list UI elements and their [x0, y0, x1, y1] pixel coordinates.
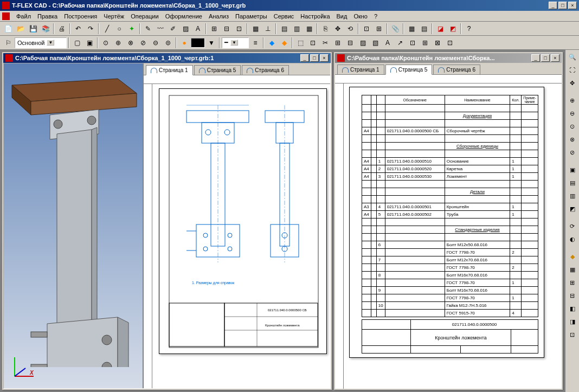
zoom-in-button[interactable]: ⊕ — [567, 94, 578, 106]
colordrop-button[interactable]: ▼ — [205, 37, 217, 49]
3d1-button[interactable]: ◪ — [434, 23, 446, 35]
s5-button[interactable]: ◧ — [567, 303, 578, 314]
line-button[interactable]: ╱ — [101, 23, 113, 35]
s7-button[interactable]: ⊡ — [567, 329, 578, 340]
f11-button[interactable]: ⊞ — [419, 37, 431, 49]
e2-button[interactable]: ◆ — [278, 37, 290, 49]
view2-button[interactable]: ⊞ — [373, 23, 385, 35]
help-button[interactable]: ? — [463, 23, 475, 35]
snap3-button[interactable]: ⊗ — [125, 37, 137, 49]
snap2-button[interactable]: ⊕ — [112, 37, 124, 49]
tab-page1[interactable]: Страница 1 — [146, 65, 193, 75]
3d-viewport[interactable]: X — [4, 63, 143, 388]
zoom-prev-button[interactable]: ⊗ — [567, 133, 578, 145]
undo-button[interactable]: ↶ — [72, 23, 84, 35]
f12-button[interactable]: ⊠ — [432, 37, 443, 49]
menu-operations[interactable]: Операции — [127, 12, 162, 21]
child-minimize-button[interactable]: _ — [531, 54, 540, 62]
grid-button[interactable]: ▦ — [249, 23, 261, 35]
save-button[interactable]: 💾 — [27, 23, 39, 35]
child-close-button[interactable]: × — [320, 54, 329, 62]
s4-button[interactable]: ⊟ — [567, 290, 578, 301]
view-iso-button[interactable]: ◩ — [567, 203, 578, 215]
close-button[interactable]: × — [568, 2, 577, 9]
f5-button[interactable]: ⊟ — [344, 37, 356, 49]
color-button[interactable]: ● — [178, 37, 190, 49]
snap4-button[interactable]: ⊘ — [137, 37, 149, 49]
tab-page5[interactable]: Страница 5 — [385, 65, 433, 75]
attach-button[interactable]: 📎 — [389, 23, 401, 35]
menu-parameters[interactable]: Параметры — [232, 12, 271, 21]
child-maximize-button[interactable]: □ — [310, 54, 319, 62]
view-top-button[interactable]: ▣ — [567, 164, 578, 176]
s6-button[interactable]: ◨ — [567, 316, 578, 327]
child-maximize-button[interactable]: □ — [541, 54, 550, 62]
rotate-button[interactable]: ⟲ — [344, 23, 356, 35]
layer3-button[interactable]: ▦ — [303, 23, 315, 35]
f7-button[interactable]: ▧ — [369, 37, 381, 49]
ortho-button[interactable]: ⊥ — [262, 23, 274, 35]
spline-button[interactable]: 〰 — [155, 23, 166, 35]
table2-button[interactable]: ▤ — [418, 23, 430, 35]
snap5-button[interactable]: ⊖ — [150, 37, 162, 49]
layer1-button[interactable]: ▤ — [278, 23, 290, 35]
f2-button[interactable]: ⊡ — [307, 37, 319, 49]
zoom-out-button[interactable]: ⊖ — [567, 107, 578, 119]
edit-button[interactable]: ✐ — [167, 23, 179, 35]
zoom-window-button[interactable]: 🔍 — [567, 51, 578, 63]
sketch-button[interactable]: ✎ — [142, 23, 154, 35]
3d2-button[interactable]: ◩ — [447, 23, 459, 35]
layer-combo[interactable]: Основной▼ — [15, 37, 67, 48]
f10-button[interactable]: ⊡ — [407, 37, 419, 49]
menu-service[interactable]: Сервис — [271, 12, 298, 21]
view1-button[interactable]: ⊡ — [361, 23, 372, 35]
dim3-button[interactable]: ⊡ — [233, 23, 245, 35]
f4-button[interactable]: ⊞ — [332, 37, 344, 49]
maximize-button[interactable]: □ — [558, 2, 567, 9]
circle-button[interactable]: ○ — [113, 23, 125, 35]
child-minimize-button[interactable]: _ — [300, 54, 309, 62]
saveall-button[interactable]: 📚 — [40, 23, 52, 35]
s3-button[interactable]: ⊞ — [567, 277, 578, 288]
menu-view[interactable]: Вид — [333, 12, 351, 21]
drawing-area-right[interactable]: Обозначение Наименование Кол. Приме-чани… — [344, 83, 562, 389]
zoom-fit-button[interactable]: ⊙ — [567, 120, 578, 132]
color-swatch[interactable] — [191, 38, 205, 48]
menu-settings[interactable]: Настройка — [297, 12, 333, 21]
zoom-all-button[interactable]: ⊘ — [567, 146, 578, 158]
dim2-button[interactable]: ⊟ — [221, 23, 233, 35]
print-button[interactable]: 🖨 — [56, 23, 68, 35]
redo-button[interactable]: ↷ — [85, 23, 97, 35]
e1-button[interactable]: ◆ — [266, 37, 278, 49]
tab-page1[interactable]: Страница 1 — [337, 65, 384, 74]
menu-drawing[interactable]: Чертёж — [100, 12, 127, 21]
render-button[interactable]: ◐ — [567, 233, 578, 245]
snap1-button[interactable]: ⊙ — [100, 37, 112, 49]
view-front-button[interactable]: ▤ — [567, 177, 578, 189]
table1-button[interactable]: ▦ — [406, 23, 417, 35]
zoom-extents-button[interactable]: ⛶ — [567, 64, 578, 76]
view-side-button[interactable]: ▥ — [567, 190, 578, 202]
menu-analysis[interactable]: Анализ — [205, 12, 232, 21]
drawing-area-left[interactable]: 1. Размеры для справок 021711.040.0.0000… — [152, 84, 330, 388]
menu-construct[interactable]: Построения — [61, 12, 100, 21]
menu-edit[interactable]: Правка — [34, 12, 61, 21]
f13-button[interactable]: ⊡ — [444, 37, 456, 49]
menu-help[interactable]: ? — [371, 12, 381, 21]
f1-button[interactable]: ⬚ — [294, 37, 306, 49]
s2-button[interactable]: ▦ — [567, 264, 578, 275]
flag-button[interactable]: ⚐ — [2, 37, 14, 49]
minimize-button[interactable]: _ — [549, 2, 557, 9]
tab-page6[interactable]: Страница 6 — [242, 65, 289, 75]
dim1-button[interactable]: ⊞ — [208, 23, 220, 35]
tab-page5[interactable]: Страница 5 — [194, 65, 241, 75]
linetype-combo[interactable]: ━▼ — [222, 37, 249, 48]
prop1-button[interactable]: ▢ — [71, 37, 83, 49]
new-button[interactable]: 📄 — [2, 23, 14, 35]
child-close-button[interactable]: × — [551, 54, 559, 62]
menu-window[interactable]: Окно — [350, 12, 371, 21]
pan-button[interactable]: ✥ — [567, 77, 578, 89]
f8-button[interactable]: A — [382, 37, 394, 49]
refresh-button[interactable]: ⟳ — [567, 220, 578, 232]
copy-button[interactable]: ⎘ — [319, 23, 331, 35]
